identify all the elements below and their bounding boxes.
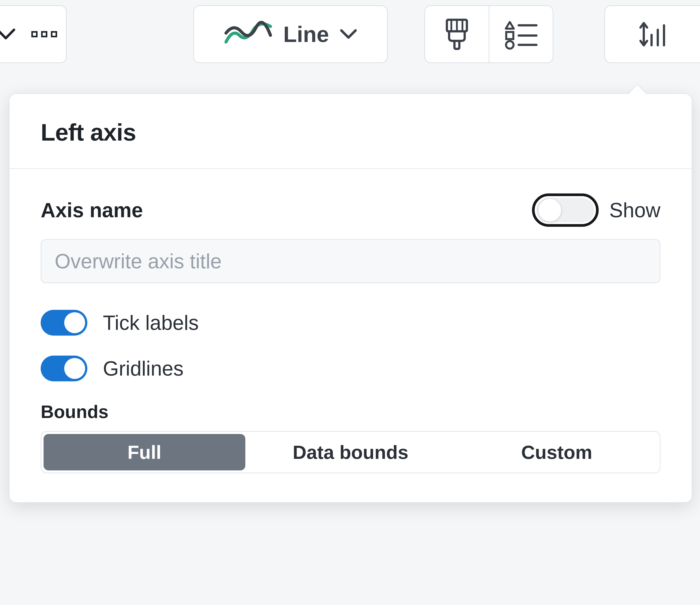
toolbar-style-split [424, 5, 553, 63]
bounds-segmented: Full Data bounds Custom [41, 431, 660, 473]
svg-rect-6 [506, 32, 513, 39]
brush-icon [443, 18, 471, 51]
axis-name-row: Axis name Show [41, 193, 660, 227]
chevron-down-icon [0, 28, 16, 41]
style-brush-button[interactable] [425, 6, 489, 62]
axis-settings-button[interactable] [604, 5, 700, 63]
gridlines-row: Gridlines [41, 356, 660, 382]
bounds-option-full[interactable]: Full [44, 434, 245, 470]
chart-type-dropdown[interactable]: Line [193, 5, 388, 63]
gridlines-label: Gridlines [103, 357, 183, 380]
legend-button[interactable] [489, 6, 553, 62]
axis-icon [636, 18, 669, 51]
svg-point-8 [506, 41, 514, 49]
bounds-option-custom[interactable]: Custom [456, 434, 657, 470]
more-icon [31, 31, 57, 37]
line-chart-icon [224, 20, 273, 49]
svg-rect-4 [454, 41, 459, 49]
tick-labels-row: Tick labels [41, 310, 660, 336]
axis-name-toggle-label: Show [609, 199, 660, 222]
tick-labels-toggle[interactable] [41, 310, 88, 336]
popover-body: Axis name Show Overwrite axis title Tick… [9, 169, 692, 502]
axis-name-label: Axis name [41, 199, 143, 222]
axis-name-toggle[interactable] [532, 193, 599, 227]
left-axis-popover: Left axis Axis name Show Overwrite axis … [9, 93, 692, 503]
axis-name-show-group: Show [532, 193, 660, 227]
toolbar: Line [0, 0, 700, 84]
popover-header: Left axis [9, 94, 692, 169]
tick-labels-label: Tick labels [103, 311, 199, 335]
gridlines-toggle[interactable] [41, 356, 88, 382]
popover-title: Left axis [41, 119, 660, 146]
bounds-label: Bounds [41, 401, 660, 422]
toolbar-left-dropdown[interactable] [0, 5, 67, 63]
chevron-down-icon [340, 28, 357, 40]
bounds-option-data-bounds[interactable]: Data bounds [250, 434, 452, 470]
chart-type-label: Line [283, 22, 329, 47]
legend-icon [503, 19, 539, 50]
axis-name-input[interactable]: Overwrite axis title [41, 239, 660, 283]
